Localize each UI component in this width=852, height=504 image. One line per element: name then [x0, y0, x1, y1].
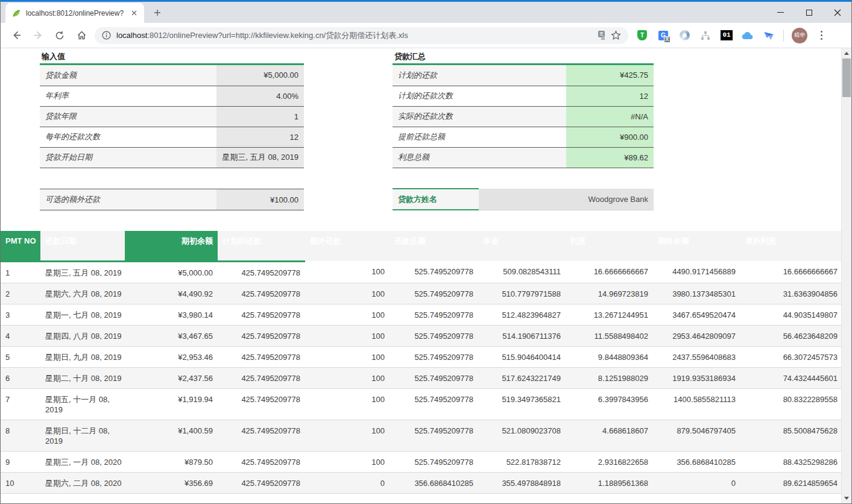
schedule-cell: 星期三, 一月 08, 2020	[40, 451, 125, 472]
schedule-cell: 1400.5855821113	[653, 388, 740, 420]
vertical-scrollbar[interactable]	[841, 48, 851, 503]
summary-row: 贷款开始日期星期三, 五月 08, 2019	[40, 147, 304, 168]
translate-extension-icon[interactable]: G文	[657, 29, 670, 42]
schedule-cell: 425.7495209778	[218, 451, 305, 472]
tab-close-icon[interactable]	[128, 8, 139, 19]
schedule-cell: 100	[305, 325, 390, 346]
summary-row: 年利率4.00%	[40, 86, 304, 106]
summary-row: 实际的还款次数#N/A	[393, 106, 654, 127]
schedule-cell: 2	[1, 283, 40, 304]
page-info-icon[interactable]	[102, 31, 111, 40]
home-icon[interactable]	[73, 27, 90, 44]
header-scheduled-payment: 计划的还款	[218, 231, 305, 261]
tab-strip: localhost:8012/onlinePreview?	[1, 2, 851, 23]
header-pmt-no: PMT NO	[1, 231, 40, 261]
schedule-cell: 6.3997843956	[566, 388, 653, 420]
row-label: 每年的还款次数	[40, 127, 216, 147]
schedule-row: 2星期六, 六月 08, 2019¥4,490.92425.7495209778…	[1, 283, 841, 304]
header-principal: 本金	[478, 231, 566, 261]
header-cumulative-interest: 累积利息	[740, 231, 841, 261]
reload-icon[interactable]	[51, 27, 68, 44]
browser-toolbar: localhost:8012/onlinePreview?url=http://…	[1, 23, 851, 48]
header-extra-payment: 额外还款	[305, 231, 390, 261]
header-payment-date: 还款日期	[40, 231, 125, 261]
summary-row: 贷款年限1	[40, 106, 304, 127]
schedule-cell: 3980.1373485301	[653, 283, 740, 304]
sitemap-extension-icon[interactable]	[699, 29, 712, 42]
extensions-area: T G文 01 精华	[636, 28, 827, 43]
browser-tab[interactable]: localhost:8012/onlinePreview?	[5, 3, 144, 23]
url-bar[interactable]: localhost:8012/onlinePreview?url=http://…	[95, 27, 628, 44]
bookmark-star-icon[interactable]	[609, 29, 622, 42]
cloud-extension-icon[interactable]	[741, 29, 754, 42]
back-icon[interactable]	[8, 27, 25, 44]
row-value: 1	[216, 106, 304, 127]
schedule-cell: 509.0828543111	[478, 261, 566, 283]
schedule-cell: 1	[1, 261, 40, 283]
new-tab-button[interactable]	[149, 4, 166, 21]
schedule-cell: 425.7495209778	[218, 367, 305, 388]
schedule-cell: 85.5008475628	[740, 420, 841, 451]
url-text: localhost:8012/onlinePreview?url=http://…	[116, 30, 596, 41]
translate-page-icon[interactable]	[596, 29, 609, 42]
schedule-cell: 44.9035149807	[740, 304, 841, 325]
spreadsheet-preview: 输入值 贷款金额¥5,000.00年利率4.00%贷款年限1每年的还款次数12贷…	[1, 48, 841, 503]
row-label: 利息总额	[393, 147, 566, 168]
schedule-row: 7星期五, 十一月 08, 2019¥1,919.94425.749520977…	[1, 388, 841, 420]
schedule-cell: 517.6243221749	[478, 367, 566, 388]
profile-avatar[interactable]: 精华	[792, 28, 807, 43]
schedule-cell: ¥356.69	[125, 472, 218, 493]
header-ending-balance: 期终余额	[653, 231, 740, 261]
schedule-cell: 星期日, 十二月 08, 2019	[40, 420, 125, 451]
schedule-cell: 3467.6549520474	[653, 304, 740, 325]
scroll-up-icon[interactable]	[844, 52, 849, 55]
shield-extension-icon[interactable]: T	[636, 29, 649, 42]
extra-payment-value: ¥100.00	[216, 189, 304, 210]
row-label: 提前还款总额	[393, 127, 566, 147]
schedule-cell: 89.6214859654	[740, 472, 841, 493]
schedule-cell: 66.3072457573	[740, 346, 841, 367]
schedule-header-row: PMT NO 还款日期 期初余额 计划的还款 额外还款 还款总额 本金 利息 期…	[1, 231, 841, 261]
toolbar-separator	[783, 30, 784, 42]
row-value: 星期三, 五月 08, 2019	[216, 147, 304, 168]
schedule-cell: ¥2,437.56	[125, 367, 218, 388]
schedule-cell: 879.5046797405	[653, 420, 740, 451]
schedule-cell: 56.4623648209	[740, 325, 841, 346]
schedule-cell: 425.7495209778	[218, 346, 305, 367]
schedule-cell: 521.0809023708	[478, 420, 566, 451]
schedule-cell: ¥4,490.92	[125, 283, 218, 304]
schedule-cell: 425.7495209778	[218, 388, 305, 420]
scrollbar-thumb[interactable]	[842, 58, 851, 97]
schedule-cell: 5	[1, 346, 40, 367]
schedule-cell: 星期二, 十月 08, 2019	[40, 367, 125, 388]
schedule-cell: 522.817838712	[478, 451, 566, 472]
summary-row: 计划的还款次数12	[393, 86, 654, 106]
leaf-favicon-icon	[11, 8, 21, 18]
close-button[interactable]	[823, 2, 851, 23]
forward-icon[interactable]	[30, 27, 46, 44]
row-label: 计划的还款次数	[393, 86, 566, 106]
schedule-cell: 100	[305, 283, 390, 304]
maximize-button[interactable]	[795, 2, 823, 23]
schedule-cell: 0	[653, 472, 740, 493]
schedule-cell: 4490.9171456889	[653, 261, 740, 283]
row-value: 4.00%	[216, 86, 304, 106]
extra-payment-label: 可选的额外还款	[40, 189, 216, 210]
browser-menu-icon[interactable]	[815, 31, 827, 40]
schedule-cell: 100	[305, 261, 390, 283]
schedule-cell: 100	[305, 388, 390, 420]
scroll-down-icon[interactable]	[844, 497, 849, 500]
summary-row: 计划的还款¥425.75	[393, 65, 654, 86]
minimize-button[interactable]	[766, 2, 795, 23]
binary-extension-icon[interactable]: 01	[720, 29, 733, 42]
schedule-cell: 100	[305, 304, 390, 325]
schedule-cell: 512.4823964827	[478, 304, 566, 325]
schedule-row: 3星期一, 七月 08, 2019¥3,980.14425.7495209778…	[1, 304, 841, 325]
schedule-cell: ¥3,467.65	[125, 325, 218, 346]
swirl-extension-icon[interactable]	[678, 29, 691, 42]
schedule-cell: 356.6868410285	[653, 451, 740, 472]
schedule-cell: 425.7495209778	[218, 472, 305, 493]
schedule-row: 4星期四, 八月 08, 2019¥3,467.65425.7495209778…	[1, 325, 841, 346]
bird-extension-icon[interactable]	[762, 29, 775, 42]
schedule-cell: 4	[1, 325, 40, 346]
